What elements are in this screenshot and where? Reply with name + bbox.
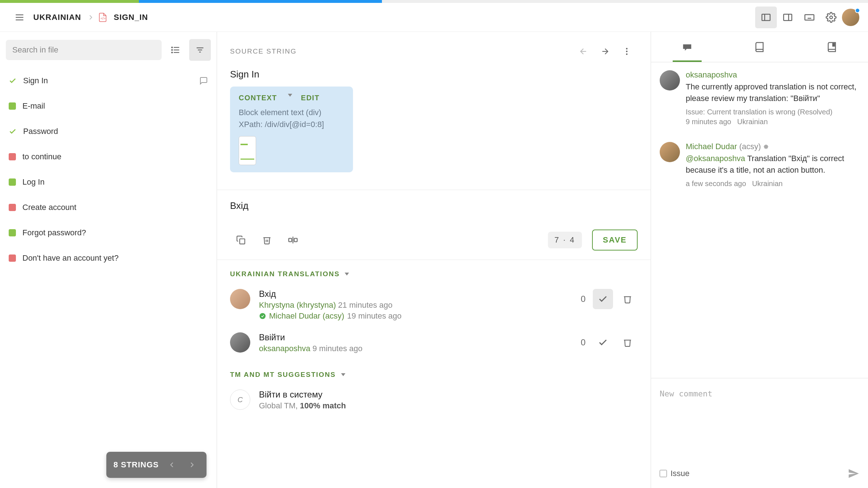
source-string-label: SOURCE STRING xyxy=(230,47,297,55)
comment-item: oksanaposhvaThe currently approved trans… xyxy=(660,62,859,134)
svg-point-26 xyxy=(626,48,627,49)
avatar xyxy=(660,142,680,162)
suggestion-author[interactable]: oksanaposhva xyxy=(259,344,310,353)
save-button[interactable]: SAVE xyxy=(592,230,638,251)
svg-rect-30 xyxy=(289,238,292,241)
tm-header[interactable]: TM AND MT SUGGESTIONS xyxy=(217,361,651,385)
string-label: Create account xyxy=(22,203,76,212)
string-list-item[interactable]: Sign In xyxy=(0,68,217,93)
translation-input[interactable]: Вхід xyxy=(217,190,651,226)
string-label: Sign In xyxy=(23,76,48,85)
chevron-right-icon xyxy=(87,13,95,21)
layout-left-icon[interactable] xyxy=(755,7,777,28)
suggestion-item[interactable]: Вхід Khrystyna (khrystyna) 21 minutes ag… xyxy=(217,285,651,328)
next-string-icon[interactable] xyxy=(594,41,616,62)
breadcrumb-language[interactable]: UKRAINIAN xyxy=(33,13,81,22)
clear-icon[interactable] xyxy=(256,229,278,251)
svg-rect-8 xyxy=(805,14,814,20)
status-dot xyxy=(9,102,16,110)
strings-count-pill: 8 STRINGS xyxy=(106,452,207,478)
svg-text:</>: </> xyxy=(101,16,106,20)
string-list-item[interactable]: Forgot password? xyxy=(0,220,217,245)
user-avatar[interactable] xyxy=(842,9,859,26)
svg-rect-4 xyxy=(762,14,770,21)
new-comment-input[interactable] xyxy=(660,385,859,457)
check-icon xyxy=(9,127,17,135)
check-icon xyxy=(9,77,17,85)
avatar xyxy=(230,289,250,309)
svg-rect-6 xyxy=(784,14,792,21)
string-label: E-mail xyxy=(22,101,45,111)
tm-icon: C xyxy=(230,390,250,410)
copy-source-icon[interactable] xyxy=(230,229,252,251)
search-input[interactable] xyxy=(6,40,162,60)
string-list-item[interactable]: to continue xyxy=(0,144,217,169)
suggestion-author[interactable]: Khrystyna (khrystyna) xyxy=(259,300,336,310)
tab-terms[interactable] xyxy=(723,32,796,62)
suggestion-approver[interactable]: Michael Dudar (acsy) xyxy=(269,311,344,321)
approve-icon[interactable] xyxy=(593,332,613,353)
suggestion-item[interactable]: Ввійти oksanaposhva 9 minutes ago 0 xyxy=(217,328,651,361)
tm-suggestion-item[interactable]: C Війти в систему Global TM, 100% match xyxy=(217,385,651,418)
comment-text: The currently approved translation is no… xyxy=(686,81,859,104)
insert-cursor-icon[interactable] xyxy=(282,229,304,251)
prev-string-icon[interactable] xyxy=(573,41,594,62)
char-count: 7 · 4 xyxy=(548,232,582,248)
comment-icon xyxy=(199,76,208,85)
keyboard-icon[interactable] xyxy=(799,7,820,28)
context-thumbnail[interactable] xyxy=(239,136,256,165)
tm-match: 100% match xyxy=(300,401,346,410)
tab-file-context[interactable] xyxy=(796,32,868,62)
comment-author[interactable]: oksanaposhva xyxy=(686,70,859,80)
send-icon[interactable] xyxy=(848,468,859,479)
prev-page-icon[interactable] xyxy=(165,458,179,472)
breadcrumb-file[interactable]: SIGN_IN xyxy=(114,13,148,22)
svg-rect-29 xyxy=(240,239,245,244)
status-dot xyxy=(9,153,16,160)
string-label: Don't have an account yet? xyxy=(22,253,119,263)
chevron-down-icon xyxy=(288,94,292,97)
string-list-item[interactable]: Password xyxy=(0,119,217,144)
filter-icon[interactable] xyxy=(189,39,211,61)
tm-suggestion-text: Війти в систему xyxy=(259,390,638,400)
svg-point-27 xyxy=(626,51,627,52)
delete-icon[interactable] xyxy=(617,289,638,309)
menu-icon[interactable] xyxy=(9,7,30,28)
strings-panel: Sign InE-mailPasswordto continueLog InCr… xyxy=(0,32,217,488)
tab-comments[interactable] xyxy=(651,32,723,62)
suggestion-text: Вхід xyxy=(259,289,572,299)
context-box: CONTEXT EDIT Block element text (div) XP… xyxy=(230,87,353,172)
avatar xyxy=(230,332,250,353)
comments-panel: oksanaposhvaThe currently approved trans… xyxy=(651,32,868,488)
chevron-down-icon xyxy=(345,273,349,275)
string-list-item[interactable]: Log In xyxy=(0,169,217,195)
layout-full-icon[interactable] xyxy=(777,7,799,28)
gear-icon[interactable] xyxy=(820,7,842,28)
string-label: Password xyxy=(23,127,58,136)
comment-item: Michael Dudar (acsy) @oksanaposhva Trans… xyxy=(660,134,859,196)
delete-icon[interactable] xyxy=(617,332,638,353)
status-dot xyxy=(9,254,16,262)
context-line-1: Block element text (div) xyxy=(239,106,344,118)
context-label[interactable]: CONTEXT xyxy=(239,94,277,102)
svg-point-19 xyxy=(172,50,173,50)
string-list-item[interactable]: Create account xyxy=(0,195,217,220)
next-page-icon[interactable] xyxy=(185,458,199,472)
string-list-item[interactable]: Don't have an account yet? xyxy=(0,245,217,271)
svg-rect-31 xyxy=(294,238,297,241)
list-icon[interactable] xyxy=(165,39,186,61)
translations-header[interactable]: UKRAINIAN TRANSLATIONS xyxy=(217,260,651,285)
approved-check-icon xyxy=(259,312,266,320)
issue-checkbox[interactable]: Issue xyxy=(660,469,690,478)
more-icon[interactable] xyxy=(616,41,638,62)
context-edit-button[interactable]: EDIT xyxy=(301,94,320,102)
status-dot xyxy=(9,229,16,236)
app-header: UKRAINIAN </> SIGN_IN xyxy=(0,3,868,32)
strings-count: 8 STRINGS xyxy=(114,460,159,470)
svg-rect-34 xyxy=(833,43,835,46)
approve-icon[interactable] xyxy=(593,289,613,309)
svg-point-20 xyxy=(172,52,173,53)
comment-issue: Issue: Current translation is wrong (Res… xyxy=(686,108,859,116)
comment-author[interactable]: Michael Dudar (acsy) xyxy=(686,142,859,151)
string-list-item[interactable]: E-mail xyxy=(0,93,217,119)
